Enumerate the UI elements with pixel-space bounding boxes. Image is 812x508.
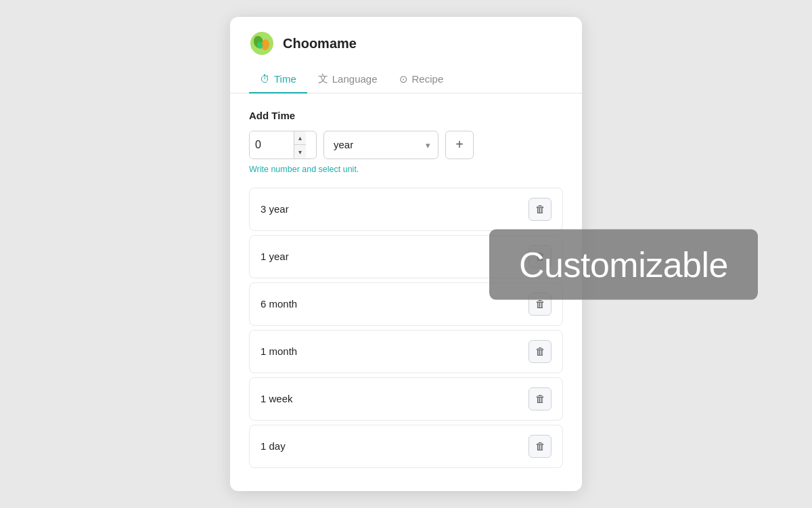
number-input[interactable] [250,131,294,158]
time-item-label: 6 month [261,298,297,310]
number-input-wrapper: ▴ ▾ [249,131,317,159]
time-tab-icon: ⏱ [260,73,270,85]
add-time-button[interactable]: + [445,131,474,159]
time-item: 1 day 🗑 [249,425,563,468]
trash-icon: 🗑 [535,345,545,357]
plus-icon: + [455,137,464,152]
app-title: Choomame [283,36,357,51]
spin-down-button[interactable]: ▾ [294,145,306,158]
add-time-label: Add Time [249,110,563,121]
unit-select[interactable]: year month week day hour minute [323,131,438,159]
tab-time[interactable]: ⏱ Time [249,66,307,93]
recipe-tab-icon: ⊙ [399,73,408,85]
card-header: Choomame [230,17,582,56]
tab-time-label: Time [274,73,296,85]
spin-up-button[interactable]: ▴ [294,131,306,146]
tab-recipe-label: Recipe [412,73,444,85]
trash-icon: 🗑 [535,440,545,452]
tab-language[interactable]: 文 Language [307,66,388,93]
tab-bar: ⏱ Time 文 Language ⊙ Recipe [230,66,582,93]
app-logo-icon [249,30,275,56]
customizable-overlay: Customizable [489,230,758,300]
time-item-label: 1 week [261,393,293,404]
add-time-row: ▴ ▾ year month week day hour minute ▾ + [249,131,563,159]
tab-language-label: Language [332,73,378,85]
delete-button-1[interactable]: 🗑 [528,198,551,221]
time-item-label: 1 year [261,251,289,262]
unit-select-wrapper: year month week day hour minute ▾ [323,131,438,159]
time-item-label: 3 year [261,203,289,215]
tab-recipe[interactable]: ⊙ Recipe [388,66,455,93]
time-item: 1 week 🗑 [249,377,563,421]
customizable-text: Customizable [519,245,728,284]
delete-button-5[interactable]: 🗑 [528,387,551,410]
trash-icon: 🗑 [535,203,545,215]
time-item: 3 year 🗑 [249,188,563,231]
spin-buttons: ▴ ▾ [294,131,306,158]
delete-button-4[interactable]: 🗑 [528,340,551,363]
trash-icon: 🗑 [535,393,545,404]
trash-icon: 🗑 [535,298,545,310]
time-item: 1 month 🗑 [249,330,563,373]
hint-text: Write number and select unit. [249,165,563,174]
time-item-label: 1 day [261,440,286,452]
language-tab-icon: 文 [318,72,328,85]
time-item-label: 1 month [261,345,297,357]
delete-button-6[interactable]: 🗑 [528,435,551,458]
